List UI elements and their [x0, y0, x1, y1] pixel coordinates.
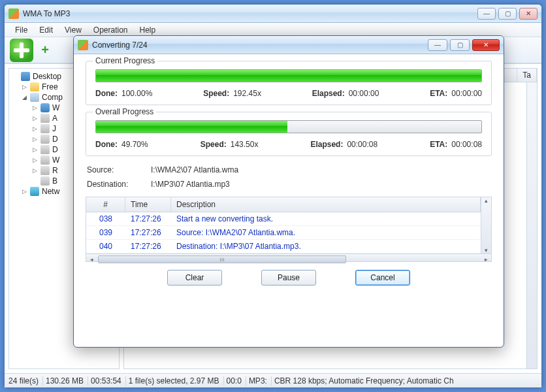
current-progressbar	[95, 69, 482, 82]
maximize-button[interactable]: ▢	[498, 8, 517, 20]
log-scrollbar-h[interactable]: ◂ ııı ▸	[86, 253, 491, 261]
log-row[interactable]: 03817:27:26Start a new converting task.	[86, 212, 481, 226]
current-eta-value: 00:00:00	[451, 89, 482, 98]
label-speed: Speed:	[203, 89, 229, 98]
monitor-icon	[21, 72, 30, 81]
tree-item-label: R	[52, 166, 58, 175]
overall-done-value: 49.70%	[121, 140, 148, 149]
scrollbar-thumb-grip: ııı	[99, 256, 345, 263]
dialog-titlebar[interactable]: Converting 7/24 — ▢ ✕	[74, 36, 504, 54]
app-icon	[8, 8, 19, 19]
col-header[interactable]: Ta	[517, 69, 537, 82]
log-desc: Start a new converting task.	[171, 212, 481, 225]
tree-item-label: Free	[42, 82, 58, 91]
menu-edit[interactable]: Edit	[34, 24, 58, 36]
overall-progress-title: Overall Progress	[93, 107, 156, 116]
main-titlebar[interactable]: WMA To MP3 — ▢ ✕	[5, 5, 541, 23]
drive-icon	[40, 114, 50, 123]
overall-progressbar	[95, 120, 482, 133]
menu-help[interactable]: Help	[135, 24, 161, 36]
status-encoding: CBR 128 kbps; Automatic Frequency; Autom…	[274, 376, 458, 385]
label-done: Done:	[95, 140, 118, 149]
expand-icon[interactable]: ▷	[21, 84, 27, 90]
log-col-time[interactable]: Time	[125, 197, 171, 212]
log-table: # Time Description 03817:27:26Start a ne…	[86, 197, 492, 262]
file-list-scrollbar[interactable]	[526, 82, 537, 368]
overall-speed-value: 143.50x	[231, 140, 259, 149]
expand-icon[interactable]: ▷	[31, 167, 38, 174]
expand-icon[interactable]: ▷	[21, 188, 27, 195]
statusbar: 24 file(s) 130.26 MB 00:53:54 1 file(s) …	[5, 373, 541, 387]
dialog-title: Converting 7/24	[92, 41, 424, 50]
log-desc: Destination: I:\MP3\07 Atlantia.mp3.	[171, 240, 481, 253]
current-elapsed-value: 00:00:00	[349, 89, 379, 98]
current-progress-title: Current Progress	[93, 56, 157, 65]
expand-icon[interactable]: ▷	[31, 125, 38, 132]
tree-item-label: W	[52, 155, 59, 165]
tree-item-label: J	[52, 124, 56, 133]
drive-icon	[40, 155, 50, 165]
label-eta: ETA:	[430, 140, 447, 149]
log-time: 17:27:26	[125, 226, 171, 239]
expand-icon[interactable]: ▷	[31, 146, 38, 153]
main-title: WMA To MP3	[23, 9, 474, 18]
tree-item-label: A	[52, 114, 57, 123]
label-elapsed: Elapsed:	[310, 140, 343, 149]
log-time: 17:27:26	[125, 212, 171, 225]
expand-icon[interactable]: ▷	[31, 115, 38, 122]
folder-icon	[30, 82, 39, 91]
log-row[interactable]: 04017:27:26Destination: I:\MP3\07 Atlant…	[86, 240, 481, 253]
menu-file[interactable]: File	[10, 24, 33, 36]
source-label: Source:	[87, 165, 138, 174]
add-files-button[interactable]	[10, 39, 33, 62]
dialog-close-button[interactable]: ✕	[472, 39, 500, 51]
status-format: MP3:	[249, 376, 272, 385]
tree-item-label: Desktop	[33, 72, 61, 81]
destination-value: I:\MP3\07 Atlantia.mp3	[151, 180, 230, 189]
label-speed: Speed:	[201, 140, 227, 149]
dialog-maximize-button[interactable]: ▢	[450, 39, 470, 51]
status-sel-duration: 00:0	[227, 376, 246, 385]
drive-icon	[40, 176, 50, 186]
log-col-num[interactable]: #	[86, 197, 125, 212]
tree-item-label: W	[52, 103, 59, 112]
overall-progressbar-fill	[96, 121, 287, 133]
expand-icon[interactable]: ▷	[31, 157, 38, 163]
status-files: 24 file(s)	[8, 376, 43, 385]
converting-dialog: Converting 7/24 — ▢ ✕ Current Progress D…	[73, 35, 504, 348]
log-row[interactable]: 03917:27:26Source: I:\WMA2\07 Atlantia.w…	[86, 226, 481, 240]
expand-icon[interactable]: ▷	[31, 136, 38, 142]
expand-icon[interactable]: ▷	[31, 105, 38, 111]
overall-elapsed-value: 00:00:08	[347, 140, 377, 149]
drive-icon	[40, 135, 50, 144]
current-progressbar-fill	[96, 70, 481, 82]
cancel-button[interactable]: Cancel	[355, 270, 410, 286]
log-num: 038	[86, 212, 125, 225]
net-icon	[30, 187, 39, 196]
close-button[interactable]: ✕	[519, 8, 538, 20]
drive-icon	[40, 145, 50, 154]
status-selected: 1 file(s) selected, 2.97 MB	[129, 376, 224, 385]
minimize-button[interactable]: —	[477, 8, 496, 20]
expand-icon[interactable]: ◢	[21, 94, 27, 101]
dialog-minimize-button[interactable]: —	[428, 39, 447, 51]
log-col-desc[interactable]: Description	[171, 197, 481, 212]
log-time: 17:27:26	[125, 240, 171, 253]
tree-item-label: Comp	[42, 93, 63, 102]
current-speed-value: 192.45x	[233, 89, 261, 98]
label-eta: ETA:	[430, 89, 447, 98]
clear-button[interactable]: Clear	[167, 270, 222, 286]
add-small-button[interactable]: +	[39, 44, 52, 57]
menu-view[interactable]: View	[59, 24, 87, 36]
log-scrollbar-v[interactable]: ▴▾	[481, 197, 491, 253]
log-header: # Time Description	[86, 197, 481, 212]
pause-button[interactable]: Pause	[261, 270, 316, 286]
menu-operation[interactable]: Operation	[88, 24, 133, 36]
log-num: 040	[86, 240, 125, 253]
tree-item-label: Netw	[42, 187, 59, 196]
overall-progress-group: Overall Progress Done:49.70% Speed:143.5…	[86, 112, 492, 156]
current-done-value: 100.00%	[121, 89, 152, 98]
overall-eta-value: 00:00:08	[451, 140, 482, 149]
label-elapsed: Elapsed:	[312, 89, 345, 98]
log-desc: Source: I:\WMA2\07 Atlantia.wma.	[171, 226, 481, 239]
